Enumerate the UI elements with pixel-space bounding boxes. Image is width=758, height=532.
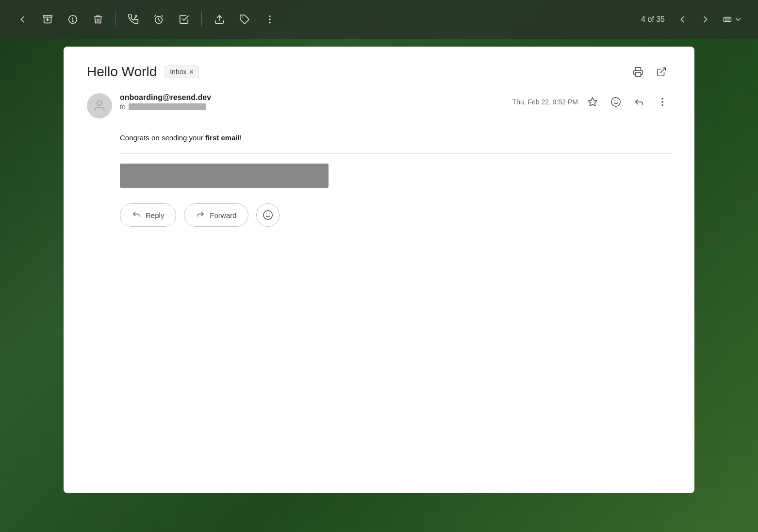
report-spam-button[interactable] <box>62 9 83 30</box>
svg-point-27 <box>264 211 272 219</box>
reply-icon <box>132 210 141 220</box>
archive-button[interactable] <box>37 9 58 30</box>
email-image-placeholder <box>120 164 329 188</box>
email-body: Congrats on sending your first email! Re… <box>87 132 671 227</box>
svg-rect-11 <box>724 17 731 22</box>
svg-point-25 <box>662 101 663 102</box>
next-email-button[interactable] <box>696 10 715 29</box>
reply-button-header[interactable] <box>630 93 648 111</box>
label-button[interactable] <box>234 9 255 30</box>
svg-point-8 <box>269 16 270 17</box>
inbox-badge-close[interactable]: × <box>189 68 193 76</box>
email-title-left: Hello World Inbox × <box>87 64 199 80</box>
svg-point-19 <box>97 101 101 105</box>
svg-point-24 <box>662 99 663 100</box>
divider-1 <box>115 12 116 27</box>
new-window-button[interactable] <box>652 62 671 82</box>
email-title-row: Hello World Inbox × <box>87 62 671 82</box>
inbox-label: Inbox <box>170 68 186 76</box>
svg-rect-0 <box>43 16 52 17</box>
forward-button[interactable]: Forward <box>184 203 248 227</box>
prev-email-button[interactable] <box>673 10 692 29</box>
star-button[interactable] <box>584 93 601 111</box>
emoji-button[interactable] <box>256 203 280 227</box>
more-email-actions-button[interactable] <box>654 93 671 111</box>
body-text-plain: Congrats on sending your <box>120 133 205 142</box>
reply-label: Reply <box>146 211 164 219</box>
print-button[interactable] <box>628 62 648 82</box>
email-toolbar: 4 of 35 <box>0 0 758 39</box>
emoji-reaction-button[interactable] <box>607 93 625 111</box>
to-label: to <box>120 103 126 111</box>
email-panel: Hello World Inbox × onboarding@resend.de… <box>64 47 694 493</box>
sender-email-address: onboarding@resend.dev <box>120 93 505 102</box>
email-body-divider <box>120 153 671 154</box>
snooze-button[interactable] <box>148 9 169 30</box>
keyboard-shortcuts-button[interactable] <box>719 13 746 26</box>
svg-point-9 <box>269 19 270 20</box>
sender-row: onboarding@resend.dev to Thu, Feb 22, 9:… <box>87 93 671 118</box>
svg-line-18 <box>660 68 665 73</box>
forward-label: Forward <box>210 211 236 219</box>
sender-info: onboarding@resend.dev to <box>120 93 505 111</box>
more-actions-button[interactable] <box>259 9 280 30</box>
delete-button[interactable] <box>87 9 109 30</box>
email-title-actions <box>628 62 671 82</box>
move-to-button[interactable] <box>209 9 230 30</box>
add-task-button[interactable] <box>173 9 195 30</box>
mark-unread-button[interactable] <box>123 9 144 30</box>
svg-point-26 <box>662 105 663 106</box>
divider-2 <box>201 12 202 27</box>
sender-avatar <box>87 93 112 118</box>
email-action-buttons: Reply Forward <box>120 203 671 227</box>
recipient-redacted <box>129 103 206 110</box>
svg-point-4 <box>72 21 73 22</box>
email-body-text: Congrats on sending your first email! <box>120 132 671 144</box>
email-counter: 4 of 35 <box>641 15 665 24</box>
email-date: Thu, Feb 22, 9:52 PM <box>512 98 578 106</box>
sender-to-row: to <box>120 103 505 111</box>
svg-point-21 <box>611 98 620 106</box>
back-button[interactable] <box>12 9 33 30</box>
sender-meta: Thu, Feb 22, 9:52 PM <box>512 93 671 111</box>
svg-point-10 <box>269 22 270 23</box>
reply-button[interactable]: Reply <box>120 203 176 227</box>
email-subject: Hello World <box>87 64 157 80</box>
forward-icon <box>196 210 205 220</box>
body-text-bold: first email <box>205 133 240 142</box>
svg-rect-17 <box>636 73 641 76</box>
inbox-badge: Inbox × <box>165 66 198 78</box>
body-text-exclaim: ! <box>240 133 242 142</box>
svg-marker-20 <box>588 98 597 106</box>
